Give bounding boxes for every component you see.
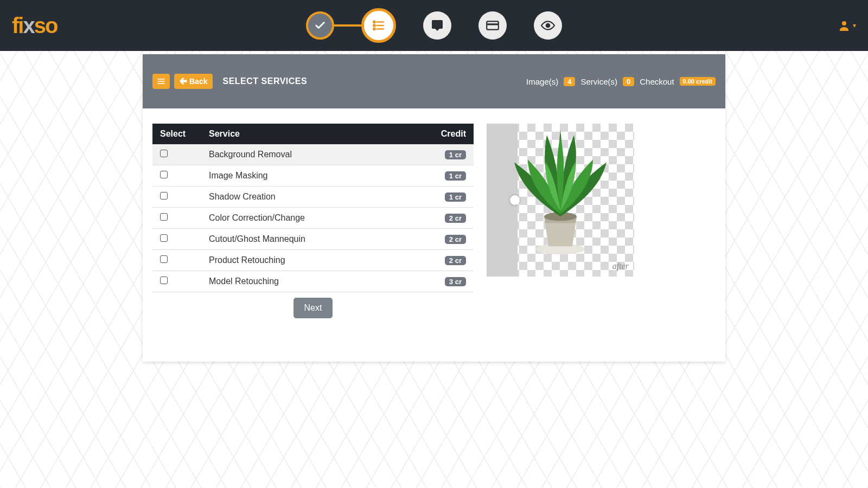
services-label: Service(s) [580, 77, 617, 86]
chat-icon [431, 19, 444, 32]
credit-pill: 2 cr [445, 256, 466, 265]
service-name: Background Removal [201, 144, 425, 165]
svg-point-8 [546, 24, 550, 28]
table-row: Model Retouching3 cr [152, 271, 474, 292]
service-name: Model Retouching [201, 271, 425, 292]
next-button[interactable]: Next [293, 298, 333, 318]
back-button[interactable]: 🡰 Back [174, 74, 213, 89]
checkbox[interactable] [160, 277, 168, 284]
checkbox[interactable] [160, 150, 168, 157]
checkbox[interactable] [160, 171, 168, 178]
table-row: Color Correction/Change2 cr [152, 208, 474, 229]
logo: fixso [12, 14, 57, 38]
header-stats: Image(s) 4 Service(s) 0 Checkout 0.00 cr… [526, 77, 716, 86]
main-card: 🡰 Back SELECT SERVICES Image(s) 4 Servic… [143, 54, 725, 362]
back-label: Back [189, 77, 207, 86]
checkbox[interactable] [160, 255, 168, 263]
checkout-value: 0.00 credit [680, 77, 716, 86]
service-name: Shadow Creation [201, 187, 425, 208]
hamburger-icon [157, 77, 165, 86]
table-row: Shadow Creation1 cr [152, 187, 474, 208]
svg-point-4 [373, 24, 375, 26]
table-row: Cutout/Ghost Mannequin2 cr [152, 229, 474, 250]
col-credit: Credit [425, 124, 474, 144]
col-select: Select [152, 124, 201, 144]
service-name: Product Retouching [201, 250, 425, 271]
check-icon [314, 20, 326, 31]
user-icon [838, 19, 851, 32]
table-row: Product Retouching2 cr [152, 250, 474, 271]
service-name: Cutout/Ghost Mannequin [201, 229, 425, 250]
arrow-left-icon: 🡰 [180, 77, 187, 86]
menu-button[interactable] [152, 74, 170, 89]
checkbox[interactable] [160, 213, 168, 221]
preview-image: after [487, 124, 634, 277]
table-row: Background Removal1 cr [152, 144, 474, 165]
services-table: Select Service Credit Background Removal… [152, 124, 474, 292]
eye-icon [541, 18, 555, 33]
card-header: 🡰 Back SELECT SERVICES Image(s) 4 Servic… [143, 54, 725, 108]
credit-pill: 2 cr [445, 235, 466, 244]
checkout-label: Checkout [640, 77, 674, 86]
credit-pill: 1 cr [445, 192, 466, 202]
images-label: Image(s) [526, 77, 558, 86]
svg-point-5 [373, 28, 375, 30]
images-count: 4 [564, 77, 575, 86]
step-chat[interactable] [423, 11, 451, 40]
service-name: Color Correction/Change [201, 208, 425, 229]
col-service: Service [201, 124, 425, 144]
step-payment[interactable] [478, 11, 507, 40]
services-count: 0 [623, 77, 634, 86]
list-icon [372, 18, 386, 33]
step-preview[interactable] [534, 11, 562, 40]
topbar: fixso ▾ [0, 0, 868, 51]
service-name: Image Masking [201, 165, 425, 187]
card-body: Select Service Credit Background Removal… [143, 108, 725, 362]
user-menu[interactable]: ▾ [838, 19, 856, 32]
step-services[interactable] [361, 8, 396, 43]
plant-illustration [503, 124, 617, 262]
page-title: SELECT SERVICES [222, 76, 307, 86]
caret-down-icon: ▾ [853, 22, 856, 29]
credit-pill: 1 cr [445, 171, 466, 181]
step-confirm[interactable] [306, 11, 334, 40]
step-nav [306, 8, 562, 43]
credit-pill: 3 cr [445, 277, 466, 286]
after-label: after [612, 261, 629, 271]
svg-point-3 [373, 21, 375, 23]
svg-rect-6 [487, 21, 499, 29]
credit-pill: 1 cr [445, 150, 466, 159]
checkbox[interactable] [160, 234, 168, 242]
checkbox[interactable] [160, 192, 168, 200]
table-row: Image Masking1 cr [152, 165, 474, 187]
credit-pill: 2 cr [445, 214, 466, 223]
svg-point-9 [842, 21, 846, 25]
card-icon [486, 18, 500, 33]
